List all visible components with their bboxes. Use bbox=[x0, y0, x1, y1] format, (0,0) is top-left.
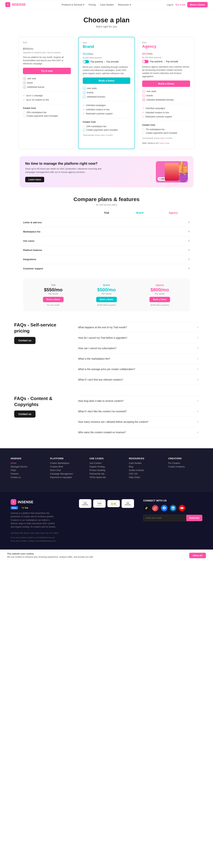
footer-link-product-seeding[interactable]: Product Seeding bbox=[89, 469, 124, 471]
navigation-bar: I INSENSE Products & Services ▾ Pricing … bbox=[0, 0, 213, 9]
faq-content-item-2[interactable]: How many revisions am I allowed before a… bbox=[78, 416, 199, 427]
footer-link-campaign-mgmt[interactable]: Campaign Management bbox=[50, 472, 84, 475]
compare-limits-expand[interactable]: + bbox=[157, 220, 190, 224]
compare-trial-book-button[interactable]: Book a Demo bbox=[43, 297, 64, 302]
nav-resources[interactable]: Resources ▾ bbox=[118, 3, 131, 6]
brand-billing-toggle[interactable] bbox=[83, 60, 89, 63]
book-demo-nav-button[interactable]: Book a Demo bbox=[187, 2, 208, 7]
login-link[interactable]: Log In bbox=[167, 3, 173, 6]
agency-billing-toggle[interactable] bbox=[142, 60, 149, 63]
compare-row-limits[interactable]: Limits & add-ons + bbox=[23, 218, 190, 227]
trial-from-label: from bbox=[23, 41, 71, 44]
nav-products[interactable]: Products & Services ▾ bbox=[62, 3, 84, 6]
compare-trial-price-col: Trial $550/mo Per month Book a Demo For … bbox=[28, 284, 78, 306]
faq-content-item-1[interactable]: What if I don't like the content I've re… bbox=[78, 406, 199, 416]
compare-agency-book-button[interactable]: Book a Demo bbox=[149, 297, 170, 302]
faq-self-heading: FAQs - Self-service pricing bbox=[14, 322, 67, 334]
faq-content-item-3[interactable]: Who owns the content created on Insense?… bbox=[78, 427, 199, 438]
footer-brand-col: I INSENSE Meta TikTok Insense is a platf… bbox=[11, 499, 70, 542]
compare-platform-expand[interactable]: + bbox=[157, 248, 190, 252]
faq-self-item-0[interactable]: What happens at the end of my Trial mont… bbox=[78, 322, 199, 333]
agency-cta-button[interactable]: Book a Demo bbox=[142, 81, 190, 87]
trial-feature-2: ✓ Up to 10 creators to hire bbox=[23, 98, 71, 102]
faq-self-plus-2: + bbox=[196, 346, 199, 350]
footer-link-faqs[interactable]: FAQs bbox=[11, 469, 45, 471]
agency-plan-name: Agency bbox=[142, 44, 190, 49]
footer-insense-title: INSENSE bbox=[11, 457, 45, 460]
footer-link-blog[interactable]: Blog bbox=[129, 465, 163, 468]
compare-integrations-expand[interactable]: + bbox=[157, 257, 190, 261]
compare-usecases-expand[interactable]: + bbox=[157, 239, 190, 243]
compare-agency-note: $2400 billed quarterly bbox=[135, 304, 185, 306]
faq-self-plus-0: + bbox=[196, 325, 199, 330]
brand-check-3: ✓ bbox=[83, 112, 85, 116]
footer-link-direct-chat[interactable]: Direct Chat bbox=[50, 469, 84, 471]
footer-link-creative-brief[interactable]: Creative Brief bbox=[50, 465, 84, 468]
faq-self-contact-button[interactable]: Contact us bbox=[14, 337, 35, 344]
agency-from-label: from bbox=[142, 41, 190, 44]
faq-content-contact-button[interactable]: Contact us bbox=[14, 410, 35, 417]
agency-banner-button[interactable]: Learn more bbox=[25, 177, 44, 182]
email-subscribe-input[interactable] bbox=[143, 515, 186, 521]
faq-self-item-1[interactable]: How do I cancel my Trial before it upgra… bbox=[78, 333, 199, 343]
youtube-social-icon[interactable] bbox=[179, 505, 185, 511]
brand-check-2: ✓ bbox=[83, 107, 85, 112]
compare-trial-per: Per month bbox=[28, 292, 78, 295]
agency-billing-note: $2,400 billed quarterly bbox=[142, 56, 190, 59]
cookie-allow-button[interactable]: Allow All bbox=[189, 553, 206, 558]
faq-self-item-3[interactable]: What is the marketplace fee? + bbox=[78, 353, 199, 364]
footer-link-partnership-ads[interactable]: Partnership Ads bbox=[89, 472, 124, 475]
footer-link-just-content[interactable]: Just Content bbox=[89, 462, 124, 464]
faq-content-title-col: FAQs - Content & Copyrights Contact us bbox=[14, 396, 67, 438]
compare-row-marketplace[interactable]: Marketplace fee + bbox=[23, 227, 190, 236]
footer-link-tiktok-spark[interactable]: TikTok Spark Ads bbox=[89, 476, 124, 478]
footer-link-marketplace[interactable]: Creator Marketplace bbox=[50, 462, 84, 464]
footer-link-creator-academy[interactable]: Creator Academy bbox=[168, 465, 202, 468]
try-link[interactable]: Try it out bbox=[175, 3, 185, 6]
faq-self-item-2[interactable]: How can I cancel my subscription? + bbox=[78, 343, 199, 353]
compare-section: Compare plans & features for self-servic… bbox=[18, 196, 195, 311]
footer-link-case-studies[interactable]: Case Studies bbox=[129, 462, 163, 464]
faq-content-item-0[interactable]: How long does it take to receive content… bbox=[78, 396, 199, 406]
linkedin-social-icon[interactable] bbox=[170, 505, 176, 511]
compare-agency-per: Per month bbox=[135, 292, 185, 295]
instagram-social-icon[interactable] bbox=[152, 505, 158, 511]
nav-logo[interactable]: I INSENSE bbox=[5, 2, 26, 7]
nav-pricing[interactable]: Pricing bbox=[89, 3, 96, 6]
agency-refer-link[interactable]: Learn more bbox=[159, 142, 169, 144]
footer-link-partners[interactable]: Partners bbox=[11, 472, 45, 475]
meta-badge: Meta bbox=[11, 506, 18, 509]
trial-upgrade-note: Upgrades to quarterly plan. Opt out anyt… bbox=[23, 52, 71, 54]
footer-link-organic-posting[interactable]: Organic Posting bbox=[89, 465, 124, 468]
compare-support-expand[interactable]: + bbox=[157, 267, 190, 271]
footer-link-home[interactable]: Home bbox=[11, 462, 45, 464]
brand-cta-button[interactable]: Book a Demo bbox=[83, 78, 130, 84]
compare-row-integrations[interactable]: Integrations + bbox=[23, 255, 190, 264]
subscribe-button[interactable]: Subscribe bbox=[186, 515, 202, 521]
compare-marketplace-expand[interactable]: + bbox=[157, 229, 190, 234]
footer-link-payments[interactable]: Payments & copyrights bbox=[50, 476, 84, 478]
agency-auto-renew: *Automatically renews every 3 months bbox=[142, 137, 190, 140]
footer-link-ugc101[interactable]: UGC 101 bbox=[129, 472, 163, 475]
compare-row-support[interactable]: Customer support + bbox=[23, 264, 190, 273]
facebook-social-icon[interactable] bbox=[161, 505, 168, 511]
footer-awards: ★★★★★ High Performer G2 Spring 2024 ★★★★… bbox=[77, 499, 136, 508]
compare-brand-book-button[interactable]: Book a Demo bbox=[96, 297, 117, 302]
faq-self-item-5[interactable]: What if I can't find any relevant creato… bbox=[78, 374, 199, 385]
footer-bottom: I INSENSE Meta TikTok Insense is a platf… bbox=[0, 492, 213, 550]
faq-self-section: FAQs - Self-service pricing Contact us W… bbox=[9, 322, 204, 396]
trial-cta-button[interactable]: Try it now bbox=[23, 68, 71, 74]
footer-link-help[interactable]: Help Center bbox=[129, 476, 163, 478]
nav-case-studies[interactable]: Case Studies bbox=[100, 3, 114, 6]
compare-row-usecases[interactable]: Use cases + bbox=[23, 236, 190, 245]
footer-link-managed[interactable]: Managed Service bbox=[11, 465, 45, 468]
footer-bottom-grid: I INSENSE Meta TikTok Insense is a platf… bbox=[11, 499, 202, 542]
faq-content-section: FAQs - Content & Copyrights Contact us H… bbox=[9, 396, 204, 448]
footer-link-guides[interactable]: Guides & Books bbox=[129, 469, 163, 471]
compare-row-platform[interactable]: Platform features + bbox=[23, 245, 190, 255]
trial-creator-payments: Creator payments aren't included bbox=[23, 114, 71, 118]
footer-link-for-creators[interactable]: For Creators bbox=[168, 462, 202, 464]
footer-link-contact[interactable]: Contact us bbox=[11, 476, 45, 478]
faq-self-item-4[interactable]: What is the average price per creator co… bbox=[78, 364, 199, 374]
tiktok-social-icon[interactable] bbox=[143, 505, 150, 511]
